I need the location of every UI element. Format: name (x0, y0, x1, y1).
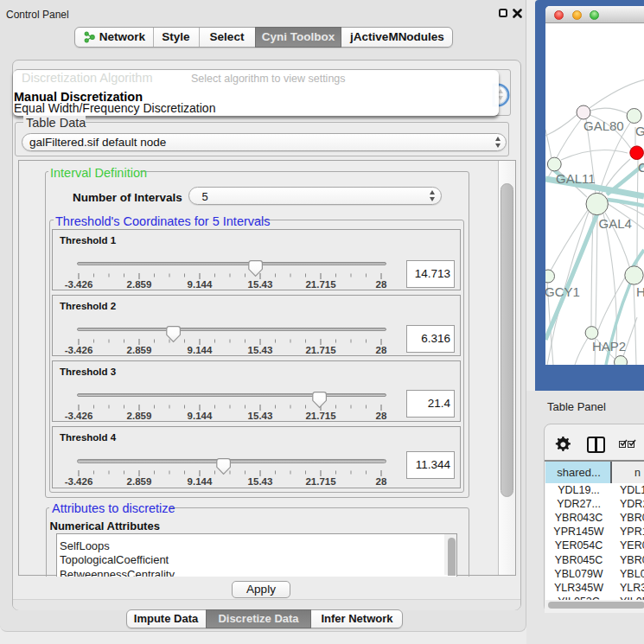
svg-text:G.: G. (635, 124, 644, 138)
svg-text:C: C (638, 160, 644, 175)
svg-text:GAL4: GAL4 (599, 216, 632, 231)
svg-text:GAL80: GAL80 (583, 118, 624, 133)
svg-text:H: H (636, 284, 644, 299)
svg-text:GCY1: GCY1 (545, 284, 580, 299)
svg-text:GAL11: GAL11 (556, 171, 596, 186)
svg-text:HAP2: HAP2 (592, 339, 626, 354)
